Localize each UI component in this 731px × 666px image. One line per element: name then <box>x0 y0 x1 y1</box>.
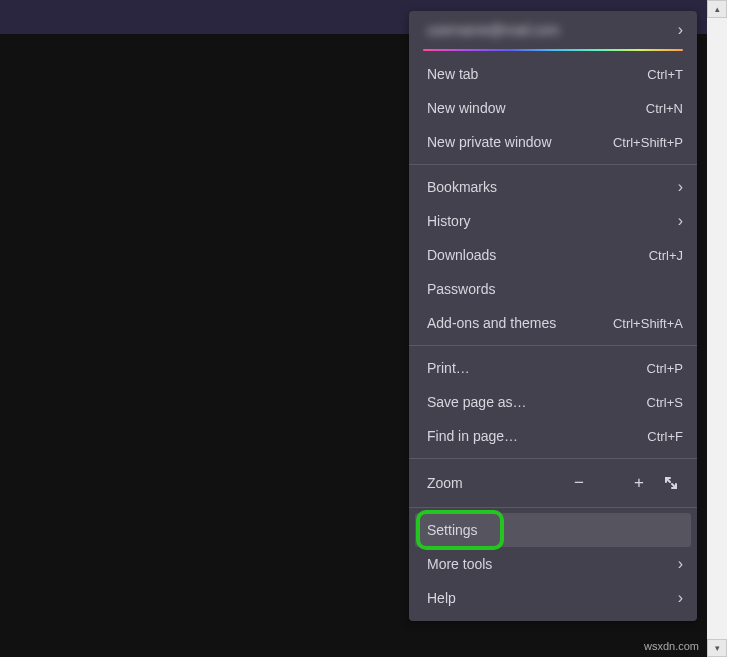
menu-item-label: More tools <box>427 556 492 572</box>
new-tab-menu-item[interactable]: New tab Ctrl+T <box>409 57 697 91</box>
menu-item-shortcut: Ctrl+T <box>647 67 683 82</box>
more-tools-menu-item[interactable]: More tools › <box>409 547 697 581</box>
zoom-controls: Zoom − + <box>409 464 697 502</box>
account-email: username@mail.com <box>427 22 559 38</box>
zoom-label: Zoom <box>427 475 563 491</box>
menu-item-shortcut: Ctrl+Shift+P <box>613 135 683 150</box>
menu-item-shortcut: Ctrl+P <box>647 361 683 376</box>
chevron-right-icon: › <box>678 590 683 606</box>
new-window-menu-item[interactable]: New window Ctrl+N <box>409 91 697 125</box>
print-menu-item[interactable]: Print… Ctrl+P <box>409 351 697 385</box>
zoom-in-button[interactable]: + <box>623 469 655 497</box>
menu-item-shortcut: Ctrl+F <box>647 429 683 444</box>
menu-item-shortcut: Ctrl+S <box>647 395 683 410</box>
help-menu-item[interactable]: Help › <box>409 581 697 615</box>
menu-item-shortcut: Ctrl+N <box>646 101 683 116</box>
passwords-menu-item[interactable]: Passwords <box>409 272 697 306</box>
menu-separator <box>409 507 697 508</box>
chevron-right-icon: › <box>678 556 683 572</box>
menu-item-label: Add-ons and themes <box>427 315 556 331</box>
menu-item-label: Downloads <box>427 247 496 263</box>
menu-item-label: New tab <box>427 66 478 82</box>
menu-separator <box>409 164 697 165</box>
fullscreen-button[interactable] <box>655 469 687 497</box>
chevron-right-icon: › <box>678 213 683 229</box>
bookmarks-menu-item[interactable]: Bookmarks › <box>409 170 697 204</box>
menu-item-label: Find in page… <box>427 428 518 444</box>
history-menu-item[interactable]: History › <box>409 204 697 238</box>
menu-item-label: Print… <box>427 360 470 376</box>
zoom-out-button[interactable]: − <box>563 469 595 497</box>
menu-item-label: New private window <box>427 134 552 150</box>
menu-separator <box>409 458 697 459</box>
chevron-right-icon: › <box>678 179 683 195</box>
menu-item-label: Passwords <box>427 281 495 297</box>
chevron-right-icon: › <box>678 22 683 38</box>
menu-item-shortcut: Ctrl+Shift+A <box>613 316 683 331</box>
menu-separator <box>409 345 697 346</box>
menu-item-label: History <box>427 213 471 229</box>
menu-item-label: Settings <box>427 522 478 538</box>
find-in-page-menu-item[interactable]: Find in page… Ctrl+F <box>409 419 697 453</box>
scroll-up-button[interactable]: ▴ <box>707 0 727 18</box>
menu-item-shortcut: Ctrl+J <box>649 248 683 263</box>
account-menu-item[interactable]: username@mail.com › <box>409 11 697 49</box>
app-menu: username@mail.com › New tab Ctrl+T New w… <box>409 11 697 621</box>
menu-item-label: Help <box>427 590 456 606</box>
fullscreen-icon <box>664 476 678 490</box>
menu-item-label: New window <box>427 100 506 116</box>
new-private-window-menu-item[interactable]: New private window Ctrl+Shift+P <box>409 125 697 159</box>
settings-menu-item[interactable]: Settings <box>415 513 691 547</box>
vertical-scrollbar[interactable]: ▴ ▾ <box>707 0 727 657</box>
downloads-menu-item[interactable]: Downloads Ctrl+J <box>409 238 697 272</box>
addons-menu-item[interactable]: Add-ons and themes Ctrl+Shift+A <box>409 306 697 340</box>
menu-item-label: Bookmarks <box>427 179 497 195</box>
watermark: wsxdn.com <box>644 640 699 652</box>
scroll-down-button[interactable]: ▾ <box>707 639 727 657</box>
save-page-menu-item[interactable]: Save page as… Ctrl+S <box>409 385 697 419</box>
menu-item-label: Save page as… <box>427 394 527 410</box>
